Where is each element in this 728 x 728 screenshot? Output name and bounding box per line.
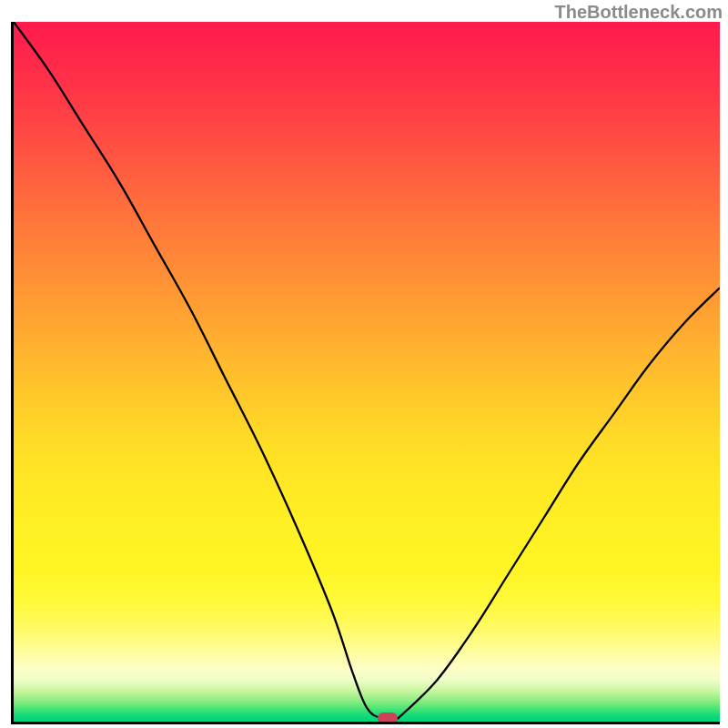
bottleneck-curve [14, 22, 720, 722]
optimal-marker [378, 713, 398, 723]
plot-area [11, 22, 720, 724]
attribution-label: TheBottleneck.com [555, 2, 723, 23]
curve-path [14, 22, 720, 719]
chart-container: TheBottleneck.com [0, 0, 728, 728]
